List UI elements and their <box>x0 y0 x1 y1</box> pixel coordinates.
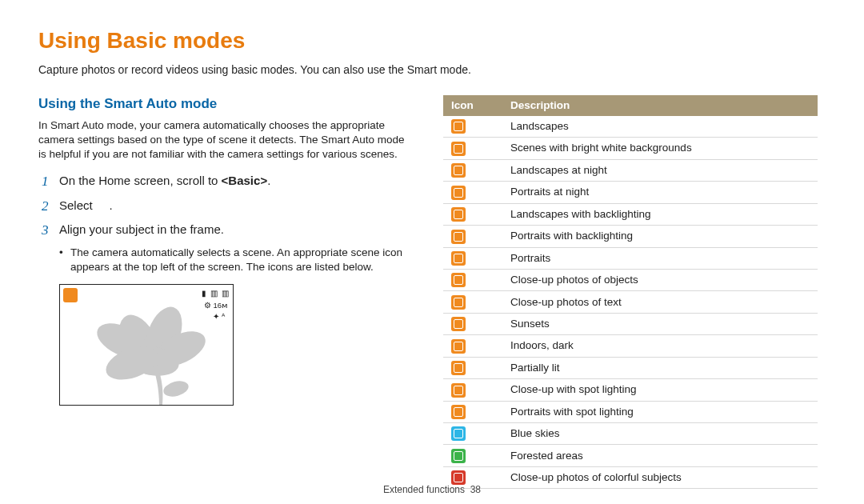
table-row: Portraits at night <box>443 182 818 203</box>
table-row: Close-up photos of objects <box>443 269 818 290</box>
table-row: Close-up photos of text <box>443 291 818 313</box>
row-desc-cell: Blue skies <box>502 423 818 445</box>
step-1-bold: <Basic> <box>222 174 268 187</box>
row-icon-cell <box>443 357 502 378</box>
row-icon-cell <box>443 159 502 181</box>
row-icon-cell <box>443 291 502 313</box>
steps-list: On the Home screen, scroll to <Basic>. S… <box>38 173 414 238</box>
row-desc-cell: Landscapes <box>502 116 818 138</box>
table-row: Portraits with spot lighting <box>443 401 818 422</box>
intro-text: Capture photos or record videos using ba… <box>38 62 826 78</box>
scene-icon <box>451 317 466 331</box>
row-desc-cell: Forested areas <box>502 445 818 466</box>
table-row: Landscapes with backlighting <box>443 203 818 225</box>
page-title: Using Basic modes <box>38 26 826 56</box>
camera-preview: ▮ ▥ ▥ ⚙ 16ᴍ ✦ ᴬ <box>59 284 234 406</box>
step-1-pre: On the Home screen, scroll to <box>59 174 222 187</box>
scene-icon <box>63 288 78 302</box>
scene-icon-table: Icon Description LandscapesScenes with b… <box>443 95 818 490</box>
row-icon-cell <box>443 423 502 445</box>
table-row: Landscapes at night <box>443 159 818 181</box>
scene-icon <box>451 163 466 178</box>
scene-icon <box>451 295 466 310</box>
row-desc-cell: Close-up with spot lighting <box>502 379 818 401</box>
scene-icon <box>451 273 466 287</box>
scene-icon <box>451 119 466 134</box>
footer-page: 38 <box>470 484 481 495</box>
table-row: Blue skies <box>443 423 818 445</box>
table-row: Portraits <box>443 247 818 269</box>
row-icon-cell <box>443 379 502 401</box>
row-icon-cell <box>443 269 502 290</box>
row-desc-cell: Portraits at night <box>502 182 818 203</box>
footer-section: Extended functions <box>383 484 465 495</box>
scene-icon <box>451 142 466 156</box>
page-footer: Extended functions 38 <box>0 483 864 496</box>
row-desc-cell: Portraits <box>502 247 818 269</box>
row-icon-cell <box>443 138 502 159</box>
table-row: Partially lit <box>443 357 818 378</box>
row-desc-cell: Sunsets <box>502 313 818 334</box>
row-desc-cell: Scenes with bright white backgrounds <box>502 138 818 159</box>
row-desc-cell: Landscapes at night <box>502 159 818 181</box>
row-desc-cell: Partially lit <box>502 357 818 378</box>
scene-icon <box>451 339 466 354</box>
row-desc-cell: Indoors, dark <box>502 335 818 357</box>
row-desc-cell: Close-up photos of objects <box>502 269 818 290</box>
table-row: Scenes with bright white backgrounds <box>443 138 818 159</box>
scene-icon <box>451 186 466 200</box>
scene-icon <box>451 230 466 244</box>
table-row: Landscapes <box>443 116 818 138</box>
row-icon-cell <box>443 203 502 225</box>
section-paragraph: In Smart Auto mode, your camera automati… <box>38 118 414 162</box>
section-subtitle: Using the Smart Auto mode <box>38 95 414 114</box>
scene-icon <box>451 251 466 266</box>
row-icon-cell <box>443 401 502 422</box>
row-icon-cell <box>443 182 502 203</box>
step-2: Select . <box>42 198 414 214</box>
table-row: Close-up with spot lighting <box>443 379 818 401</box>
step-2-icon-placeholder <box>96 198 106 212</box>
th-desc: Description <box>502 95 818 116</box>
svg-point-6 <box>162 379 190 400</box>
scene-icon <box>451 405 466 419</box>
preview-status-2: ⚙ 16ᴍ <box>204 301 228 311</box>
step-1-post: . <box>267 174 270 187</box>
row-desc-cell: Landscapes with backlighting <box>502 203 818 225</box>
preview-status-3: ✦ ᴬ <box>213 312 225 322</box>
row-icon-cell <box>443 313 502 334</box>
scene-icon <box>451 426 466 441</box>
scene-icon <box>451 207 466 222</box>
th-icon: Icon <box>443 95 502 116</box>
row-icon-cell <box>443 226 502 247</box>
table-row: Portraits with backlighting <box>443 226 818 247</box>
row-desc-cell: Close-up photos of text <box>502 291 818 313</box>
row-icon-cell <box>443 335 502 357</box>
scene-icon <box>451 361 466 375</box>
step-2-post: . <box>106 198 112 212</box>
scene-icon <box>451 449 466 463</box>
step-1: On the Home screen, scroll to <Basic>. <box>42 173 414 189</box>
step-2-pre: Select <box>59 198 96 212</box>
step-3-note: The camera automatically selects a scene… <box>59 246 414 274</box>
scene-icon <box>451 383 466 398</box>
row-icon-cell <box>443 445 502 466</box>
table-row: Indoors, dark <box>443 335 818 357</box>
step-3: Align your subject in the frame. <box>42 222 414 238</box>
row-icon-cell <box>443 116 502 138</box>
row-desc-cell: Portraits with backlighting <box>502 226 818 247</box>
preview-status-1: ▮ ▥ ▥ <box>202 288 230 299</box>
table-row: Sunsets <box>443 313 818 334</box>
table-row: Forested areas <box>443 445 818 466</box>
row-desc-cell: Portraits with spot lighting <box>502 401 818 422</box>
row-icon-cell <box>443 247 502 269</box>
